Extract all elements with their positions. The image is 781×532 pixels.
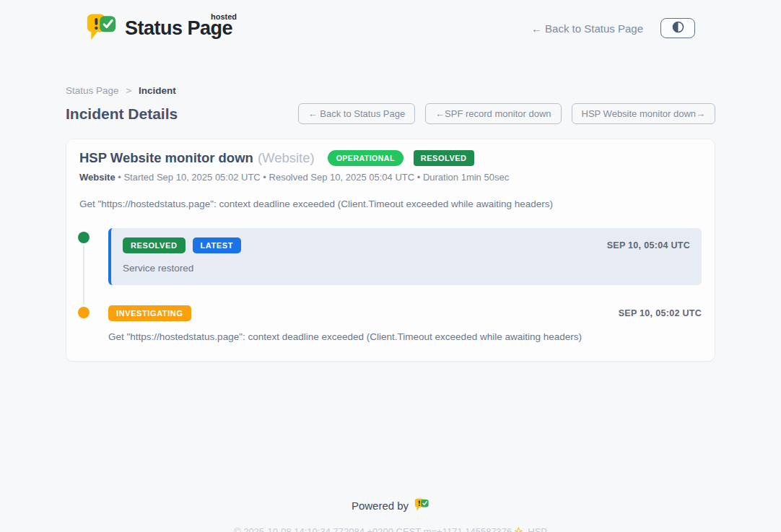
timeline-entry-resolved: RESOLVED LATEST SEP 10, 05:04 UTC Servic… [78,228,702,285]
status-page-logo-icon [86,12,118,45]
timeline-message: Get "https://hostedstatus.page": context… [108,331,702,342]
incident-meta-component: Website [79,172,115,183]
back-to-status-page-button[interactable]: ← Back to Status Page [298,103,415,124]
incident-title: HSP Website monitor down [79,150,253,166]
timeline-message: Service restored [123,263,690,274]
incident-component-paren: (Website) [258,150,315,166]
status-page-mini-logo-icon[interactable] [414,497,429,514]
incident-meta-times: • Started Sep 10, 2025 05:02 UTC • Resol… [118,172,509,183]
timeline-timestamp: SEP 10, 05:04 UTC [607,240,690,250]
logo-hosted-label: hosted [211,12,237,21]
incident-nav-buttons: ← Back to Status Page ←SPF record monito… [298,103,715,124]
page-title: Incident Details [66,105,178,123]
footer: Powered by © 2025-10-08 14:10:34.772084 … [0,497,781,532]
powered-by-label: Powered by [352,500,409,512]
breadcrumb: Status Page > Incident [66,85,715,96]
incident-timeline: RESOLVED LATEST SEP 10, 05:04 UTC Servic… [78,228,702,342]
header-back-to-status-page-link[interactable]: ← Back to Status Page [531,22,643,35]
half-circle-theme-icon [672,21,684,35]
timeline-dot-investigating [78,307,90,318]
timeline-badge-investigating: INVESTIGATING [108,305,191,321]
breadcrumb-incident: Incident [139,85,176,96]
timeline-badge-resolved: RESOLVED [123,237,186,253]
status-page-logo[interactable]: hosted Status Page [86,12,235,45]
incident-description: Get "https://hostedstatus.page": context… [79,199,702,209]
timeline-timestamp: SEP 10, 05:02 UTC [619,308,702,318]
copyright-text: © 2025-10-08 14:10:34.772084 +0200 CEST … [234,526,512,532]
copyright-suffix: HSP [528,526,547,532]
sparkles-icon [515,527,525,532]
next-incident-button[interactable]: HSP Website monitor down→ [572,103,715,124]
prev-incident-button[interactable]: ←SPF record monitor down [425,103,561,124]
resolved-status-badge: RESOLVED [414,150,474,166]
operational-status-badge: OPERATIONAL [328,150,403,166]
incident-meta: Website • Started Sep 10, 2025 05:02 UTC… [79,172,702,183]
timeline-entry-investigating: INVESTIGATING SEP 10, 05:02 UTC Get "htt… [78,305,702,342]
timeline-dot-resolved [78,232,90,243]
timeline-badge-latest: LATEST [193,237,242,253]
incident-card: HSP Website monitor down (Website) OPERA… [66,139,715,362]
copyright-line: © 2025-10-08 14:10:34.772084 +0200 CEST … [0,526,781,532]
theme-toggle-button[interactable] [660,18,695,38]
header: hosted Status Page ← Back to Status Page [0,0,781,45]
breadcrumb-separator: > [126,85,131,96]
main-content: Status Page > Incident Incident Details … [66,85,715,362]
breadcrumb-status-page[interactable]: Status Page [66,85,119,96]
